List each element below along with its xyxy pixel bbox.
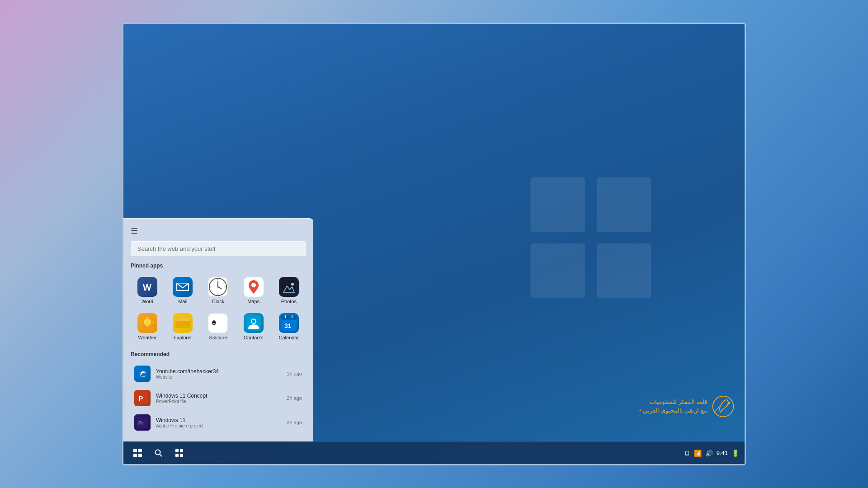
- w11-subtitle: Adobe Premiere project: [156, 423, 281, 428]
- app-mail[interactable]: Mail: [166, 273, 199, 308]
- calendar-icon: 31: [279, 313, 299, 333]
- mail-icon: [173, 277, 193, 297]
- rec-youtube[interactable]: Youtube.com/thehacker34 Website 1h ago: [131, 362, 306, 385]
- w11-info: Windows 11 Adobe Premiere project: [156, 417, 281, 428]
- youtube-info: Youtube.com/thehacker34 Website: [156, 368, 281, 380]
- svg-rect-2: [530, 244, 585, 298]
- taskbar-time: 9:41: [717, 450, 728, 456]
- app-weather[interactable]: Weather: [131, 310, 164, 344]
- hamburger-icon[interactable]: ☰: [131, 226, 138, 236]
- app-contacts[interactable]: Contacts: [237, 310, 270, 344]
- watermark: قلعة المفكر للمعلوميات • مع ارتقي بالمحت…: [639, 394, 736, 419]
- svg-rect-43: [138, 454, 142, 457]
- wifi-icon: 📶: [694, 450, 702, 457]
- app-word[interactable]: W Word: [131, 273, 164, 308]
- recommended-title: Recommended: [131, 351, 306, 357]
- svg-point-30: [252, 319, 255, 323]
- taskbar: 🖥 📶 🔊 9:41 🔋: [123, 441, 745, 464]
- svg-point-44: [156, 450, 160, 455]
- svg-text:P: P: [139, 395, 143, 402]
- pinned-apps-title: Pinned apps: [131, 263, 306, 269]
- svg-rect-47: [180, 449, 183, 452]
- taskbar-system-icons: 🖥 📶 🔊: [684, 450, 713, 457]
- word-label: Word: [142, 299, 153, 304]
- watermark-logo-icon: [711, 394, 736, 419]
- tablet-icon: 🖥: [684, 450, 690, 457]
- svg-text:31: 31: [284, 322, 292, 329]
- recommended-list: Youtube.com/thehacker34 Website 1h ago P…: [131, 362, 306, 434]
- svg-point-4: [713, 396, 734, 417]
- svg-rect-41: [138, 449, 142, 452]
- svg-line-45: [160, 454, 162, 456]
- start-button[interactable]: [129, 444, 147, 462]
- taskbar-right: 🖥 📶 🔊 9:41 🔋: [684, 450, 739, 457]
- svg-rect-1: [597, 177, 651, 232]
- svg-point-5: [728, 402, 731, 404]
- windows-logo: [528, 174, 654, 301]
- rec-w11[interactable]: Pr Windows 11 Adobe Premiere project 3h …: [131, 411, 306, 434]
- word-icon: W: [137, 277, 157, 297]
- w11concept-time: 2h ago: [287, 395, 302, 401]
- svg-rect-3: [597, 244, 651, 298]
- svg-text:W: W: [143, 282, 151, 292]
- w11-time: 3h ago: [287, 420, 302, 425]
- maps-label: Maps: [247, 299, 259, 304]
- app-solitaire[interactable]: ♠ Solitaire: [201, 310, 235, 344]
- rec-w11concept[interactable]: P Windows 11 Concept PowerPoint file 2h …: [131, 386, 306, 410]
- photos-icon: [279, 277, 299, 297]
- clock-icon: [208, 277, 228, 297]
- app-photos[interactable]: Photos: [272, 273, 306, 308]
- photos-label: Photos: [281, 299, 297, 304]
- calendar-label: Calendar: [279, 335, 299, 340]
- start-menu: ☰ Pinned apps W Word Mail: [123, 218, 313, 441]
- solitaire-label: Solitaire: [209, 335, 227, 340]
- app-calendar[interactable]: 31 Calendar: [272, 310, 306, 344]
- app-maps[interactable]: Maps: [237, 273, 270, 308]
- explorer-label: Explorer: [174, 335, 192, 340]
- svg-text:♠: ♠: [212, 317, 217, 327]
- battery-icon: 🔋: [731, 450, 739, 457]
- youtube-time: 1h ago: [287, 371, 302, 376]
- explorer-icon: [173, 313, 193, 333]
- watermark-line1: قلعة المفكر للمعلوميات: [639, 398, 707, 406]
- youtube-subtitle: Website: [156, 375, 281, 380]
- contacts-label: Contacts: [244, 335, 263, 340]
- maps-icon: [244, 277, 264, 297]
- screen-frame: قلعة المفكر للمعلوميات • مع ارتقي بالمحت…: [122, 23, 746, 465]
- start-menu-header: ☰: [131, 226, 306, 236]
- clock-label: Clock: [212, 299, 225, 304]
- svg-point-12: [217, 286, 219, 288]
- taskbar-left: [129, 444, 189, 462]
- youtube-title: Youtube.com/thehacker34: [156, 368, 281, 375]
- w11concept-subtitle: PowerPoint file: [156, 399, 281, 404]
- weather-label: Weather: [138, 335, 156, 340]
- powerpoint-icon: P: [134, 390, 151, 406]
- search-input[interactable]: [131, 241, 306, 256]
- svg-rect-32: [281, 315, 297, 320]
- task-view-button[interactable]: [170, 444, 189, 462]
- app-clock[interactable]: Clock: [201, 273, 235, 308]
- contacts-icon: [244, 313, 264, 333]
- svg-rect-48: [175, 454, 179, 457]
- solitaire-icon: ♠: [208, 313, 228, 333]
- svg-rect-0: [530, 177, 585, 232]
- w11concept-info: Windows 11 Concept PowerPoint file: [156, 393, 281, 404]
- svg-point-17: [251, 283, 256, 287]
- premiere-icon: Pr: [134, 414, 151, 431]
- svg-rect-42: [133, 454, 137, 457]
- svg-rect-46: [175, 449, 179, 452]
- svg-rect-49: [180, 454, 183, 457]
- w11-title: Windows 11: [156, 417, 281, 423]
- svg-point-21: [144, 319, 151, 326]
- app-explorer[interactable]: Explorer: [166, 310, 199, 344]
- svg-rect-40: [133, 449, 137, 452]
- volume-icon: 🔊: [705, 450, 713, 457]
- w11concept-title: Windows 11 Concept: [156, 393, 281, 399]
- taskbar-search-button[interactable]: [150, 444, 168, 462]
- edge-icon: [134, 366, 151, 382]
- weather-icon: [137, 313, 157, 333]
- svg-text:Pr: Pr: [138, 421, 143, 426]
- watermark-line2: • مع ارتقي بالمحتوى العربي: [639, 407, 707, 415]
- mail-label: Mail: [178, 299, 187, 304]
- pinned-apps-grid: W Word Mail: [131, 273, 306, 344]
